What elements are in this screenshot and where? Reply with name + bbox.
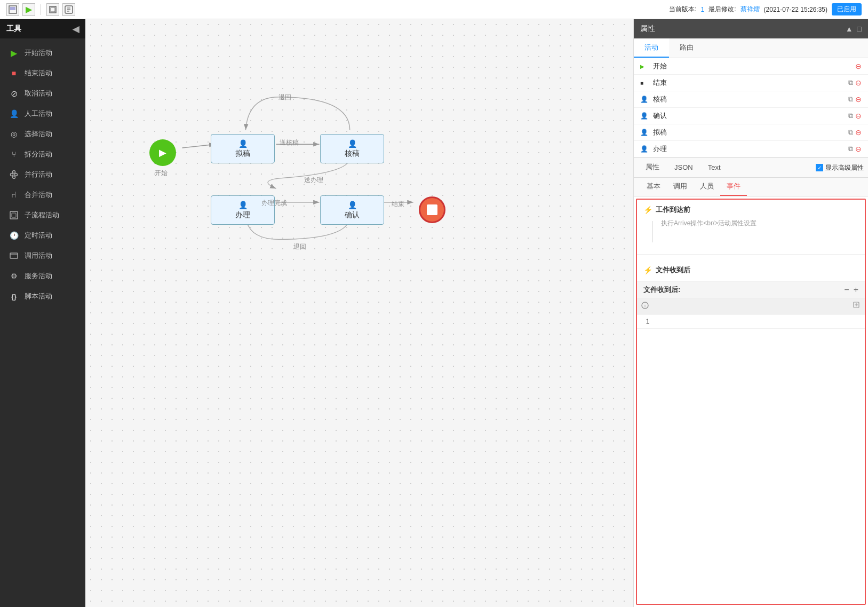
- sub-tab-attr[interactable]: 属性: [638, 158, 667, 177]
- event-tab-event[interactable]: 事件: [720, 178, 747, 196]
- end-node[interactable]: [419, 196, 445, 223]
- sidebar-item-start[interactable]: ▶ 开始活动: [0, 43, 85, 63]
- activity-list: ▶ 开始 ⊖ ■ 结束 ⧉ ⊖: [634, 58, 868, 158]
- show-advanced-checkbox[interactable]: ✓: [816, 164, 823, 171]
- sidebar-item-split[interactable]: ⑂ 拆分活动: [0, 144, 85, 164]
- event-table-row-1: 1: [637, 314, 865, 329]
- edge-label-draft-review: 送核稿: [280, 138, 299, 147]
- edge-label-confirm-back: 退回: [293, 242, 306, 251]
- draft-task[interactable]: 👤 拟稿: [211, 134, 275, 163]
- toolbar-icon-3[interactable]: [46, 3, 59, 16]
- split-icon: ⑂: [9, 149, 19, 160]
- activity-item-draft[interactable]: 👤 拟稿 ⧉ ⊖: [634, 124, 868, 141]
- sidebar-item-cancel[interactable]: ⊘ 取消活动: [0, 83, 85, 104]
- user-link[interactable]: 蔡祥熠: [740, 5, 760, 14]
- event-tab-invoke[interactable]: 调用: [667, 178, 694, 196]
- panel-expand-btn[interactable]: □: [857, 25, 862, 33]
- toolbar-separator: [41, 4, 41, 15]
- tab-activity[interactable]: 活动: [634, 38, 669, 58]
- start-node[interactable]: ▶: [149, 139, 176, 166]
- activity-confirm-actions: ⧉ ⊖: [848, 112, 862, 120]
- file-received-minus-btn[interactable]: −: [844, 285, 849, 295]
- activity-confirm-copy[interactable]: ⧉: [848, 112, 853, 120]
- svg-point-8: [11, 174, 13, 176]
- sidebar-item-choice[interactable]: ◎ 选择活动: [0, 124, 85, 144]
- activity-end-copy[interactable]: ⧉: [848, 78, 853, 87]
- review-task-label: 核稿: [345, 149, 360, 159]
- sidebar-item-human[interactable]: 👤 人工活动: [0, 104, 85, 124]
- sidebar-label-service: 服务活动: [25, 271, 52, 281]
- sidebar-label-split: 拆分活动: [25, 149, 52, 159]
- start-label: 开始: [155, 169, 168, 178]
- toolbar-icon-1[interactable]: [6, 3, 19, 16]
- event-tab-personnel[interactable]: 人员: [694, 178, 720, 196]
- activity-confirm-delete[interactable]: ⊖: [855, 112, 862, 120]
- activity-review-delete[interactable]: ⊖: [855, 95, 862, 104]
- sidebar-item-service[interactable]: ⚙ 服务活动: [0, 266, 85, 286]
- panel-collapse-btn[interactable]: ▲: [846, 25, 853, 33]
- row-content[interactable]: [658, 316, 849, 327]
- col-header-empty: [658, 298, 849, 314]
- timed-icon: 🕐: [9, 230, 19, 241]
- row-actions: [849, 318, 865, 325]
- activity-draft-icon: 👤: [640, 129, 649, 136]
- activity-item-confirm[interactable]: 👤 确认 ⧉ ⊖: [634, 108, 868, 124]
- arrive-before-title: 工作到达前: [656, 205, 690, 215]
- sidebar-label-timed: 定时活动: [25, 231, 52, 240]
- version-info: 当前版本: 1 最后修改: 蔡祥熠 (2021-07-22 15:26:35) …: [669, 3, 862, 15]
- sub-tab-json[interactable]: JSON: [667, 159, 700, 177]
- activity-handle-icon: 👤: [640, 145, 649, 153]
- tab-route[interactable]: 路由: [669, 38, 704, 58]
- event-content: ⚡ 工作到达前 执行Arrive操作<br/>活动属性设置 执行Arrive操作…: [636, 199, 866, 605]
- sidebar-label-choice: 选择活动: [25, 129, 52, 139]
- review-task[interactable]: 👤 核稿: [320, 134, 384, 163]
- activity-item-left-end: ■ 结束: [640, 78, 667, 88]
- handle-task-label: 办理: [235, 210, 250, 220]
- toolbar-icons: ▶: [6, 3, 75, 16]
- activity-item-review[interactable]: 👤 核稿 ⧉ ⊖: [634, 91, 868, 108]
- prop-sub-tabs-bar: 属性 JSON Text ✓ 显示高级属性: [634, 158, 868, 178]
- activity-handle-name: 办理: [653, 144, 667, 154]
- activity-draft-copy[interactable]: ⧉: [848, 128, 853, 137]
- sidebar-item-end[interactable]: ■ 结束活动: [0, 63, 85, 83]
- sidebar-item-parallel[interactable]: 并行活动: [0, 164, 85, 185]
- activity-handle-delete[interactable]: ⊖: [855, 145, 862, 153]
- activity-end-delete[interactable]: ⊖: [855, 78, 862, 87]
- sidebar-header: 工具 ◀: [0, 19, 85, 38]
- activity-handle-copy[interactable]: ⧉: [848, 145, 853, 153]
- activity-item-left-handle: 👤 办理: [640, 144, 667, 154]
- activity-start-delete[interactable]: ⊖: [855, 62, 862, 70]
- activity-end-name: 结束: [653, 78, 667, 88]
- activity-start-name: 开始: [653, 61, 667, 71]
- activity-item-left-confirm: 👤 确认: [640, 111, 667, 121]
- sidebar-label-start: 开始活动: [25, 48, 52, 58]
- activity-item-start[interactable]: ▶ 开始 ⊖: [634, 58, 868, 75]
- sidebar-item-timed[interactable]: 🕐 定时活动: [0, 225, 85, 246]
- sidebar-item-invoke[interactable]: 调用活动: [0, 246, 85, 266]
- activity-item-handle[interactable]: 👤 办理 ⧉ ⊖: [634, 141, 868, 157]
- activity-review-copy[interactable]: ⧉: [848, 95, 853, 104]
- sub-tab-text[interactable]: Text: [700, 159, 728, 177]
- sidebar-item-script[interactable]: {} 脚本活动: [0, 286, 85, 306]
- activity-start-actions: ⊖: [855, 62, 862, 70]
- file-received-plus-btn[interactable]: +: [854, 285, 858, 295]
- enabled-button[interactable]: 已启用: [832, 3, 862, 15]
- draft-task-label: 拟稿: [235, 149, 250, 159]
- review-task-icon: 👤: [348, 139, 357, 148]
- activity-handle-actions: ⧉ ⊖: [848, 145, 862, 153]
- script-icon: {}: [9, 291, 19, 302]
- version-middle: 最后修改:: [708, 5, 736, 14]
- sidebar-item-merge[interactable]: ⑁ 合并活动: [0, 185, 85, 205]
- sidebar-toggle[interactable]: ◀: [73, 24, 79, 34]
- activity-item-end[interactable]: ■ 结束 ⧉ ⊖: [634, 75, 868, 91]
- handle-task-icon: 👤: [238, 201, 248, 209]
- row-num: 1: [637, 314, 658, 328]
- canvas-area[interactable]: ▶ 开始 👤 拟稿 👤 核稿 👤 办理: [85, 19, 633, 607]
- sidebar-item-subprocess[interactable]: 子流程活动: [0, 205, 85, 225]
- toolbar-icon-2[interactable]: ▶: [22, 3, 35, 16]
- confirm-task[interactable]: 👤 确认: [320, 195, 384, 225]
- toolbar-icon-4[interactable]: [62, 3, 75, 16]
- edge-label-handle-confirm: 办理完成: [261, 199, 287, 208]
- event-tab-basic[interactable]: 基本: [640, 178, 667, 196]
- activity-draft-delete[interactable]: ⊖: [855, 128, 862, 137]
